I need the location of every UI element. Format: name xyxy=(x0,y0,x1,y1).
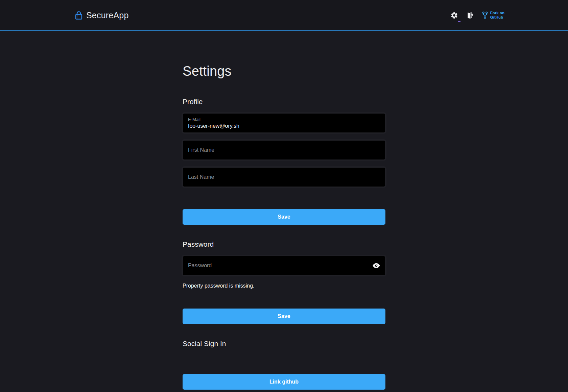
brand-title: SecureApp xyxy=(86,10,129,20)
link-github-button[interactable]: Link github xyxy=(183,374,385,390)
git-fork-icon xyxy=(482,11,488,19)
password-input[interactable] xyxy=(188,263,369,269)
password-error-message: Property password is missing. xyxy=(183,283,385,289)
social-sign-in-section: Social Sign In Link github xyxy=(183,340,385,390)
password-heading: Password xyxy=(183,240,385,248)
profile-section: Profile E-Mail Save . xyxy=(183,98,385,231)
settings-page: Settings Profile E-Mail Save . Password xyxy=(183,31,385,390)
fork-on-github-link[interactable]: Fork on GitHub xyxy=(482,11,504,20)
email-label: E-Mail xyxy=(188,117,380,122)
fork-link-line1: Fork on xyxy=(490,11,504,15)
first-name-field-box xyxy=(183,140,385,160)
toggle-password-visibility-button[interactable] xyxy=(373,263,380,268)
settings-gear-button[interactable] xyxy=(450,11,458,19)
profile-heading: Profile xyxy=(183,98,385,106)
gear-underscore-mark xyxy=(458,21,460,22)
profile-save-button[interactable]: Save xyxy=(183,209,385,225)
last-name-input[interactable] xyxy=(188,174,380,180)
gear-icon xyxy=(450,11,458,19)
profile-message-dot: . xyxy=(183,227,385,231)
password-field-box xyxy=(183,256,385,275)
eye-icon xyxy=(373,263,380,268)
email-input[interactable] xyxy=(188,123,380,129)
password-section: Password Property password is missing. S… xyxy=(183,240,385,331)
navbar: SecureApp xyxy=(0,0,568,31)
page-title: Settings xyxy=(183,64,385,79)
password-message-dot: . xyxy=(183,326,385,331)
social-sign-in-heading: Social Sign In xyxy=(183,340,385,348)
password-save-button[interactable]: Save xyxy=(183,309,385,324)
lock-icon xyxy=(75,11,82,20)
logout-door-icon xyxy=(466,11,474,19)
first-name-input[interactable] xyxy=(188,147,380,153)
fork-link-line2: GitHub xyxy=(490,15,504,20)
navbar-actions: Fork on GitHub xyxy=(450,11,504,20)
fork-link-text: Fork on GitHub xyxy=(490,11,504,20)
email-field-box: E-Mail xyxy=(183,113,385,133)
brand-link[interactable]: SecureApp xyxy=(75,10,129,20)
logout-button[interactable] xyxy=(466,11,474,19)
last-name-field-box xyxy=(183,167,385,187)
